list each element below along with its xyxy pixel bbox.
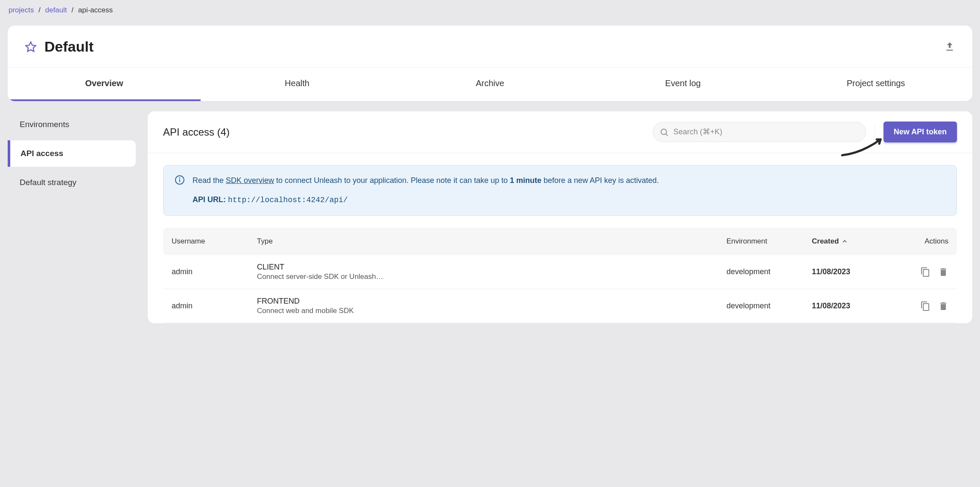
token-table: Username Type Environment Created Action… <box>163 228 957 323</box>
api-url-line: API URL: http://localhost:4242/api/ <box>192 194 659 206</box>
cell-actions <box>897 301 948 311</box>
panel-title: API access (4) <box>163 126 230 138</box>
cell-type: CLIENT Connect server-side SDK or Unleas… <box>257 263 726 281</box>
table-row: admin CLIENT Connect server-side SDK or … <box>163 255 957 289</box>
cell-created: 11/08/2023 <box>812 267 897 276</box>
card-header: Default <box>8 26 972 67</box>
th-created[interactable]: Created <box>812 237 897 246</box>
table-row: admin FRONTEND Connect web and mobile SD… <box>163 289 957 323</box>
svg-point-1 <box>661 129 666 134</box>
info-middle: to connect Unleash to your application. … <box>274 176 510 185</box>
th-created-label: Created <box>812 237 839 246</box>
sidebar-item-environments[interactable]: Environments <box>8 111 136 138</box>
svg-point-5 <box>180 178 180 178</box>
breadcrumb-current: api-access <box>78 6 113 14</box>
breadcrumb-projects[interactable]: projects <box>9 6 34 14</box>
cell-username: admin <box>172 301 257 310</box>
sidebar: Environments API access Default strategy <box>8 111 136 323</box>
tab-health[interactable]: Health <box>201 67 394 101</box>
upload-icon[interactable] <box>944 41 955 52</box>
search-wrap <box>653 122 866 142</box>
cell-type-sub: Connect web and mobile SDK <box>257 307 726 315</box>
table-header: Username Type Environment Created Action… <box>163 228 957 255</box>
star-icon[interactable] <box>25 41 37 53</box>
trash-icon[interactable] <box>938 301 948 311</box>
search-input[interactable] <box>653 122 866 142</box>
cell-environment: development <box>726 301 812 310</box>
new-api-token-button[interactable]: New API token <box>884 122 957 142</box>
breadcrumb-default[interactable]: default <box>45 6 67 14</box>
info-text: Read the SDK overview to connect Unleash… <box>192 175 659 206</box>
breadcrumb-sep: / <box>38 6 41 14</box>
info-suffix: before a new API key is activated. <box>541 176 659 185</box>
divider <box>875 125 875 140</box>
th-username[interactable]: Username <box>172 237 257 246</box>
sidebar-item-api-access[interactable]: API access <box>8 140 136 167</box>
panel-header: API access (4) New API token <box>148 111 972 153</box>
sidebar-item-default-strategy[interactable]: Default strategy <box>8 169 136 196</box>
cell-username: admin <box>172 267 257 276</box>
tab-archive[interactable]: Archive <box>394 67 586 101</box>
info-prefix: Read the <box>192 176 226 185</box>
copy-icon[interactable] <box>920 301 930 311</box>
main-panel: API access (4) New API token Rea <box>148 111 972 323</box>
cell-type-main: FRONTEND <box>257 297 726 306</box>
page-title: Default <box>44 38 944 55</box>
info-icon <box>175 175 185 185</box>
th-actions: Actions <box>897 237 948 246</box>
search-icon <box>659 128 669 137</box>
trash-icon[interactable] <box>938 267 948 277</box>
tab-event-log[interactable]: Event log <box>586 67 779 101</box>
svg-line-2 <box>666 134 668 136</box>
info-bold: 1 minute <box>510 176 541 185</box>
sdk-overview-link[interactable]: SDK overview <box>226 176 274 185</box>
tab-overview[interactable]: Overview <box>8 67 201 101</box>
svg-marker-0 <box>26 42 35 51</box>
cell-type: FRONTEND Connect web and mobile SDK <box>257 297 726 315</box>
tab-project-settings[interactable]: Project settings <box>779 67 972 101</box>
cell-actions <box>897 267 948 277</box>
sort-asc-icon <box>841 238 848 245</box>
cell-environment: development <box>726 267 812 276</box>
api-url-value: http://localhost:4242/api/ <box>228 196 348 204</box>
breadcrumb-sep: / <box>72 6 74 14</box>
tabs: Overview Health Archive Event log Projec… <box>8 67 972 101</box>
cell-type-sub: Connect server-side SDK or Unleash… <box>257 272 726 281</box>
cell-type-main: CLIENT <box>257 263 726 272</box>
breadcrumb: projects / default / api-access <box>0 0 980 20</box>
project-card: Default Overview Health Archive Event lo… <box>8 26 972 101</box>
copy-icon[interactable] <box>920 267 930 277</box>
cell-created: 11/08/2023 <box>812 301 897 310</box>
th-environment[interactable]: Environment <box>726 237 812 246</box>
api-url-label: API URL: <box>192 195 228 204</box>
th-type[interactable]: Type <box>257 237 726 246</box>
info-box: Read the SDK overview to connect Unleash… <box>163 165 957 216</box>
